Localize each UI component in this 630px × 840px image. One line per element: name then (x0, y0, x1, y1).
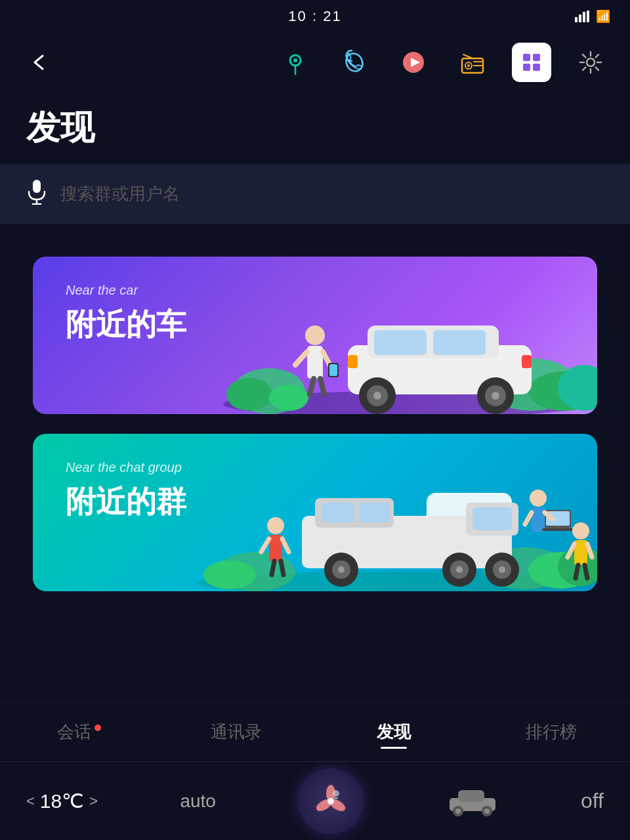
nav-ranking-button[interactable]: 排行榜 (472, 721, 630, 744)
media-nav-button[interactable] (394, 43, 433, 82)
svg-point-78 (530, 490, 547, 507)
radio-icon (459, 49, 486, 75)
nav-ranking-label: 排行榜 (526, 721, 577, 744)
search-bar (0, 164, 630, 224)
svg-point-1 (293, 58, 297, 62)
svg-point-15 (587, 58, 595, 66)
back-button[interactable] (20, 43, 59, 82)
auto-mode-label: auto (180, 791, 216, 812)
svg-rect-36 (348, 355, 358, 368)
svg-line-74 (261, 539, 269, 552)
top-nav (0, 33, 630, 92)
svg-line-40 (295, 352, 307, 365)
near-car-text: Near the car 附近的车 (66, 283, 186, 345)
temp-increase-button[interactable]: > (89, 793, 98, 810)
svg-line-89 (576, 565, 578, 578)
svg-line-43 (320, 379, 324, 394)
temp-control[interactable]: < 18℃ > (26, 789, 98, 812)
svg-rect-62 (472, 507, 512, 530)
signal-icon (575, 10, 589, 22)
fan-icon (311, 782, 350, 821)
nav-discover-button[interactable]: 发现 (315, 721, 472, 744)
svg-rect-14 (533, 64, 540, 71)
svg-point-85 (572, 522, 589, 539)
nav-chat-button[interactable]: 会话 (0, 721, 158, 744)
car-silhouette-icon (446, 784, 499, 816)
svg-rect-97 (458, 790, 484, 802)
phone-nav-button[interactable] (335, 43, 374, 82)
svg-point-72 (267, 517, 284, 534)
status-bar: 10 : 21 📶 (0, 0, 630, 33)
svg-rect-11 (523, 54, 530, 61)
near-car-subtitle: Near the car (66, 283, 186, 298)
nav-chat-label: 会话 (57, 721, 101, 744)
status-icons: 📶 (575, 9, 610, 24)
location-icon (282, 49, 308, 75)
cards-area: Near the car 附近的车 (0, 230, 630, 618)
nav-discover-label: 发现 (377, 721, 411, 744)
svg-point-48 (203, 560, 256, 589)
phone-icon (341, 49, 368, 75)
search-input[interactable] (60, 184, 604, 204)
near-group-card[interactable]: Near the chat group 附近的群 (33, 434, 597, 591)
svg-point-99 (455, 808, 461, 814)
svg-point-7 (467, 64, 470, 67)
svg-point-32 (373, 392, 381, 400)
settings-nav-button[interactable] (571, 43, 610, 82)
nav-contacts-label: 通讯录 (211, 721, 262, 744)
svg-rect-12 (533, 54, 540, 61)
settings-icon (579, 51, 602, 74)
apps-nav-button[interactable] (512, 43, 551, 82)
svg-rect-29 (433, 330, 486, 355)
near-car-illustration (217, 283, 597, 414)
svg-rect-13 (523, 64, 530, 71)
svg-rect-16 (33, 180, 41, 193)
near-group-title: 附近的群 (66, 482, 186, 522)
near-group-subtitle: Near the chat group (66, 460, 186, 475)
temp-decrease-button[interactable]: < (26, 793, 35, 810)
svg-line-42 (310, 379, 314, 394)
svg-line-76 (272, 561, 274, 575)
near-group-illustration (190, 460, 597, 591)
svg-point-95 (333, 790, 339, 797)
svg-rect-45 (329, 364, 337, 376)
svg-point-22 (269, 385, 308, 411)
svg-line-75 (282, 539, 289, 552)
svg-point-68 (456, 566, 463, 573)
chat-notification-dot (94, 724, 101, 731)
radio-nav-button[interactable] (453, 43, 492, 82)
media-icon (400, 49, 427, 75)
near-car-title: 附近的车 (66, 304, 186, 345)
svg-line-83 (525, 513, 532, 524)
svg-point-38 (305, 326, 325, 345)
svg-line-90 (585, 565, 587, 578)
near-car-card[interactable]: Near the car 附近的车 (33, 257, 597, 414)
location-nav-button[interactable] (276, 43, 315, 82)
svg-rect-61 (360, 503, 389, 522)
svg-point-21 (226, 378, 272, 411)
svg-rect-82 (542, 528, 575, 531)
power-off-label[interactable]: off (581, 789, 604, 813)
bottom-status-bar: < 18℃ > auto (0, 761, 630, 840)
nav-contacts-button[interactable]: 通讯录 (158, 721, 315, 744)
svg-point-94 (327, 798, 334, 805)
mic-icon[interactable] (26, 178, 47, 209)
svg-point-65 (338, 566, 345, 573)
nav-icons-group (276, 43, 610, 82)
svg-rect-37 (522, 355, 532, 368)
page-title: 发现 (26, 105, 604, 151)
fan-button[interactable] (298, 768, 364, 834)
back-arrow-icon (30, 52, 49, 72)
status-time: 10 : 21 (288, 8, 341, 25)
temp-value: 18℃ (40, 789, 84, 812)
svg-rect-60 (322, 503, 354, 522)
svg-point-71 (499, 566, 505, 573)
near-group-text: Near the chat group 附近的群 (66, 460, 186, 522)
svg-point-101 (484, 808, 490, 814)
bottom-nav: 会话 通讯录 发现 排行榜 (0, 702, 630, 761)
svg-line-77 (281, 561, 284, 575)
apps-icon (521, 52, 542, 73)
car-mode-button[interactable] (446, 784, 499, 819)
svg-point-35 (492, 392, 499, 400)
page-title-area: 发现 (0, 92, 630, 158)
